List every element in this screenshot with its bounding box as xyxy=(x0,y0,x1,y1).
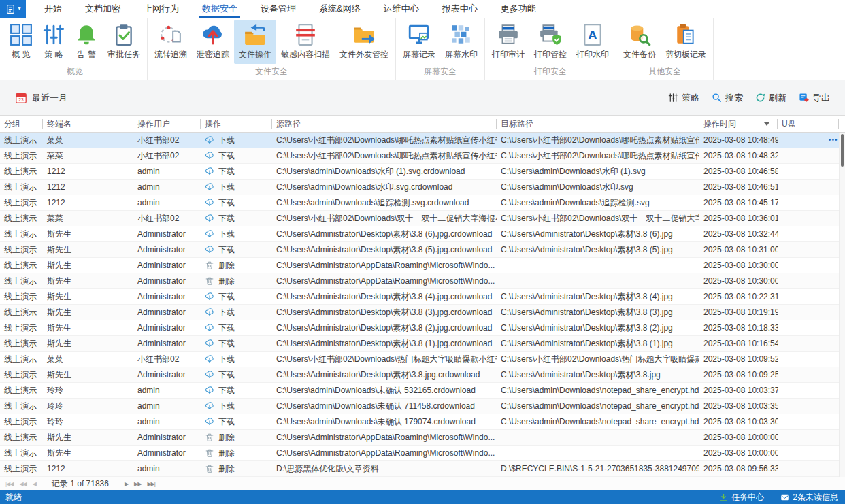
ribbon-screen-record-button[interactable]: 屏幕记录 xyxy=(398,20,440,64)
column-header-target[interactable]: 目标路径 xyxy=(497,116,699,132)
table-row[interactable]: 线上演示玲玲admin下载C:\Users\admin\Downloads\未确… xyxy=(0,414,845,430)
column-header-usb[interactable]: U盘 xyxy=(778,116,839,132)
ribbon-group-label: 文件安全 xyxy=(150,64,393,81)
ribbon-folder-out-button[interactable]: 文件外发管控 xyxy=(335,20,393,64)
cell-user: Administrator xyxy=(133,289,201,304)
tab-7[interactable]: 运维中心 xyxy=(372,0,431,18)
unread-messages-button[interactable]: 2条未读信息 xyxy=(780,492,838,503)
tab-8[interactable]: 报表中心 xyxy=(431,0,489,18)
table-row[interactable]: 线上演示菜菜小红书部02下载C:\Users\小红书部02\Downloads\… xyxy=(0,133,845,148)
table-row[interactable]: 线上演示斯先生Administrator下载C:\Users\Administr… xyxy=(0,336,845,352)
column-header-op[interactable]: 操作 xyxy=(201,116,272,132)
table-row[interactable]: 线上演示斯先生Administrator下载C:\Users\Administr… xyxy=(0,367,845,383)
table-row[interactable]: 线上演示玲玲admin下载C:\Users\admin\Downloads\未确… xyxy=(0,399,845,414)
column-header-time[interactable]: 操作时间 xyxy=(699,116,778,132)
sliders-action-button[interactable]: 策略 xyxy=(668,92,699,104)
table-row[interactable]: 线上演示菜菜小红书部02下载C:\Users\小红书部02\Downloads\… xyxy=(0,352,845,367)
table-row[interactable]: 线上演示斯先生Administrator删除C:\Users\Administr… xyxy=(0,258,845,273)
tab-1[interactable]: 开始 xyxy=(33,0,73,18)
tab-5[interactable]: 设备管理 xyxy=(249,0,308,18)
ribbon-screen-watermark-button[interactable]: 屏幕水印 xyxy=(440,20,482,64)
tab-4[interactable]: 数据安全 xyxy=(190,0,249,18)
tab-6[interactable]: 系统&网络 xyxy=(308,0,372,18)
ribbon-clipboard-check-button[interactable]: 审批任务 xyxy=(103,20,145,64)
pager-next-page-button[interactable]: ▶▶ xyxy=(134,481,141,487)
ribbon-doc-scan-button[interactable]: 敏感内容扫描 xyxy=(276,20,335,64)
table-row[interactable]: 线上演示菜菜小红书部02下载C:\Users\小红书部02\Downloads\… xyxy=(0,211,845,226)
app-menu-button[interactable]: ▾ xyxy=(0,0,26,18)
cell-usb xyxy=(778,414,839,429)
tab-2[interactable]: 文档加密 xyxy=(73,0,132,18)
screen-watermark-icon xyxy=(450,23,473,46)
ribbon-clipboard-doc-button[interactable]: 剪切板记录 xyxy=(661,20,711,64)
cell-group: 线上演示 xyxy=(0,446,43,460)
chevron-down-icon[interactable] xyxy=(764,122,769,126)
cell-group: 线上演示 xyxy=(0,461,43,476)
ribbon-folder-return-button[interactable]: 文件操作 xyxy=(234,20,276,64)
table-row[interactable]: 线上演示1212admin删除D:\思源黑体优化版\文章资料D:\$RECYCL… xyxy=(0,461,845,477)
date-range-filter[interactable]: 最近一月 xyxy=(15,92,67,104)
table-row[interactable]: 线上演示1212admin下载C:\Users\admin\Downloads\… xyxy=(0,195,845,211)
cell-group: 线上演示 xyxy=(0,273,43,288)
table-row[interactable]: 线上演示斯先生Administrator下载C:\Users\Administr… xyxy=(0,305,845,320)
table-row[interactable]: 线上演示1212admin下载C:\Users\admin\Downloads\… xyxy=(0,164,845,180)
cell-source: C:\Users\小红书部02\Downloads\热门标题大字吸睛爆款小红书封… xyxy=(272,352,497,367)
table-row[interactable]: 线上演示斯先生Administrator下载C:\Users\Administr… xyxy=(0,320,845,336)
ribbon-doc-a-button[interactable]: 打印水印 xyxy=(571,20,614,64)
ribbon-grid-button[interactable]: 概 览 xyxy=(5,20,37,64)
tab-9[interactable]: 更多功能 xyxy=(489,0,548,18)
pager-first-button[interactable]: |◀◀ xyxy=(5,481,13,487)
column-header-terminal[interactable]: 终端名 xyxy=(43,116,133,132)
table-row[interactable]: 线上演示斯先生Administrator删除C:\Users\Administr… xyxy=(0,446,845,461)
search-action-button[interactable]: 搜索 xyxy=(712,92,743,104)
ribbon-button-label: 文件外发管控 xyxy=(339,49,388,61)
vertical-scrollbar[interactable] xyxy=(839,133,845,477)
pager-next-button[interactable]: ▶ xyxy=(125,481,128,487)
cell-terminal: 1212 xyxy=(43,461,133,476)
cell-terminal: 斯先生 xyxy=(43,320,133,335)
column-header-source[interactable]: 源路径 xyxy=(272,116,497,132)
table-row[interactable]: 线上演示1212admin下载C:\Users\admin\Downloads\… xyxy=(0,180,845,195)
cell-group: 线上演示 xyxy=(0,320,43,335)
table-row[interactable]: 线上演示斯先生Administrator下载C:\Users\Administr… xyxy=(0,289,845,305)
cell-time: 2025-03-08 10:32:44 xyxy=(699,226,778,241)
cell-target: C:\Users\Administrator\Desktop\素材\3.8 (1… xyxy=(497,336,699,351)
table-row[interactable]: 线上演示斯先生Administrator下载C:\Users\Administr… xyxy=(0,226,845,242)
cell-target: C:\Users\admin\Downloads\追踪检测.svg xyxy=(497,195,699,210)
table-row[interactable]: 线上演示斯先生Administrator删除C:\Users\Administr… xyxy=(0,273,845,289)
ribbon-printer-shield-button[interactable]: 打印管控 xyxy=(529,20,571,64)
cell-source: C:\Users\admin\Downloads\未确认 532165.crdo… xyxy=(272,383,497,398)
trace-cycle-icon xyxy=(159,23,182,46)
table-row[interactable]: 线上演示菜菜小红书部02下载C:\Users\小红书部02\Downloads\… xyxy=(0,148,845,164)
cell-group: 线上演示 xyxy=(0,414,43,429)
cell-op: 下载 xyxy=(201,164,272,179)
cell-group: 线上演示 xyxy=(0,399,43,414)
cell-user: admin xyxy=(133,383,201,398)
export-action-button[interactable]: 导出 xyxy=(799,92,830,104)
ribbon-bell-button[interactable]: 告 警 xyxy=(70,20,103,64)
tab-3[interactable]: 上网行为 xyxy=(132,0,190,18)
op-label: 删除 xyxy=(218,432,235,443)
row-more-button[interactable]: ••• xyxy=(829,133,838,148)
column-header-label: 分组 xyxy=(4,118,20,130)
refresh-action-button[interactable]: 刷新 xyxy=(755,92,786,104)
scrollbar-thumb[interactable] xyxy=(841,134,844,167)
column-header-group[interactable]: 分组 xyxy=(0,116,43,132)
column-header-user[interactable]: 操作用户 xyxy=(133,116,201,132)
ribbon-printer-button[interactable]: 打印审计 xyxy=(487,20,529,64)
task-center-button[interactable]: 任务中心 xyxy=(719,492,764,503)
cell-usb xyxy=(778,367,839,382)
ribbon-db-search-button[interactable]: 文件备份 xyxy=(618,20,661,64)
cell-target: C:\Users\Administrator\Desktop\素材\3.8 (4… xyxy=(497,289,699,304)
table-row[interactable]: 线上演示斯先生Administrator下载C:\Users\Administr… xyxy=(0,242,845,258)
ribbon-trace-cycle-button[interactable]: 流转追溯 xyxy=(150,20,192,64)
cell-terminal: 玲玲 xyxy=(43,383,133,398)
table-row[interactable]: 线上演示斯先生Administrator删除C:\Users\Administr… xyxy=(0,430,845,446)
folder-out-icon xyxy=(352,23,376,46)
pager-last-button[interactable]: ▶▶| xyxy=(147,481,154,487)
pager-prev-page-button[interactable]: ◀◀ xyxy=(19,481,26,487)
pager-prev-button[interactable]: ◀ xyxy=(33,481,36,487)
ribbon-sliders-button[interactable]: 策 略 xyxy=(37,20,70,64)
table-row[interactable]: 线上演示玲玲admin下载C:\Users\admin\Downloads\未确… xyxy=(0,383,845,399)
ribbon-cloud-track-button[interactable]: 泄密追踪 xyxy=(192,20,234,64)
